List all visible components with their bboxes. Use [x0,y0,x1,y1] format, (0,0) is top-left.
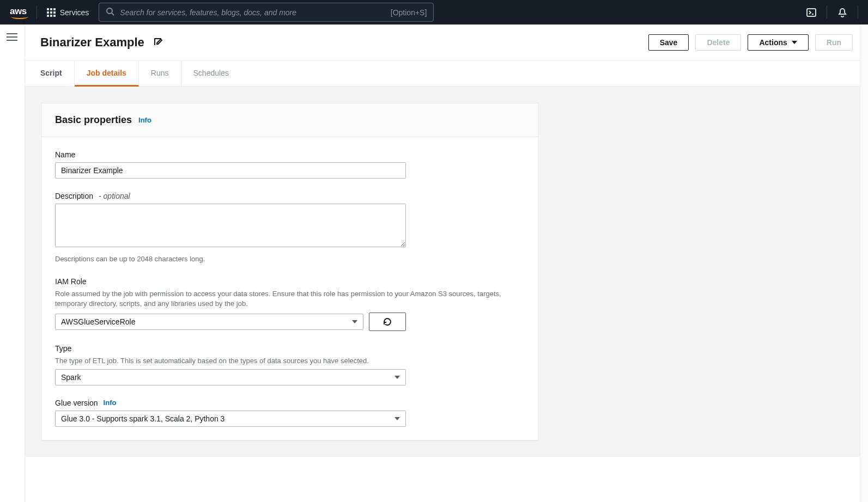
svg-point-0 [107,8,112,14]
glue-version-value: Glue 3.0 - Supports spark 3.1, Scala 2, … [61,414,224,423]
notifications-icon[interactable] [837,7,848,18]
label-description: Description [55,192,93,200]
tab-schedules[interactable]: Schedules [181,61,241,86]
basic-properties-panel: Basic properties Info Name Description -… [41,103,538,440]
actions-label: Actions [759,38,787,47]
grid-icon [47,8,56,17]
tabs: Script Job details Runs Schedules [25,61,868,87]
services-label: Services [60,8,89,17]
description-help: Descriptions can be up to 2048 character… [55,254,525,264]
type-value: Spark [61,373,81,382]
chevron-down-icon [394,417,400,420]
nav-divider [827,6,827,19]
content-area: Basic properties Info Name Description -… [25,87,868,457]
search-icon [106,7,114,17]
label-name: Name [55,150,525,159]
page-wrap: Binarizer Example Save Delete Actions Ru… [25,25,868,502]
side-nav-toggle[interactable] [7,32,17,42]
chevron-down-icon [394,376,400,379]
label-optional: - optional [99,192,130,200]
tab-job-details[interactable]: Job details [75,61,139,87]
run-button[interactable]: Run [815,34,853,51]
cloudshell-icon[interactable] [806,7,817,18]
field-iam-role: IAM Role Role assumed by the job with pe… [55,277,525,330]
refresh-iam-button[interactable] [369,313,406,331]
iam-role-value: AWSGlueServiceRole [61,317,135,326]
actions-button[interactable]: Actions [748,34,808,51]
description-input[interactable] [55,204,406,247]
search-input[interactable] [120,8,385,17]
scrollbar[interactable] [860,25,868,502]
type-select[interactable]: Spark [55,369,406,385]
panel-info-link[interactable]: Info [138,116,151,124]
tab-script[interactable]: Script [40,61,75,86]
nav-divider [37,6,37,19]
page-title: Binarizer Example [40,35,144,50]
iam-role-select[interactable]: AWSGlueServiceRole [55,314,363,330]
page-header: Binarizer Example Save Delete Actions Ru… [25,25,868,61]
top-nav: aws Services [Option+S] [0,0,868,25]
save-button[interactable]: Save [648,34,689,51]
name-input[interactable] [55,162,406,179]
refresh-icon [383,317,392,327]
delete-button[interactable]: Delete [695,34,741,51]
panel-title: Basic properties [55,114,132,126]
services-menu-button[interactable]: Services [47,8,89,17]
glue-version-info-link[interactable]: Info [104,399,117,407]
search-shortcut: [Option+S] [391,8,427,17]
field-name: Name [55,150,525,179]
label-glue-version: Glue version [55,399,98,407]
label-iam-role: IAM Role [55,277,525,286]
chevron-down-icon [792,41,797,44]
aws-logo[interactable]: aws [10,6,27,19]
iam-role-help: Role assumed by the job with permission … [55,289,525,309]
chevron-down-icon [352,320,357,323]
edit-title-icon[interactable] [153,37,163,48]
field-type: Type The type of ETL job. This is set au… [55,344,525,385]
field-glue-version: Glue version Info Glue 3.0 - Supports sp… [55,399,525,427]
label-type: Type [55,344,525,353]
nav-divider [858,6,858,19]
glue-version-select[interactable]: Glue 3.0 - Supports spark 3.1, Scala 2, … [55,411,406,427]
tab-runs[interactable]: Runs [139,61,181,86]
svg-line-1 [112,13,114,15]
field-description: Description - optional Descriptions can … [55,192,525,264]
global-search[interactable]: [Option+S] [99,3,434,22]
type-help: The type of ETL job. This is set automat… [55,356,525,366]
